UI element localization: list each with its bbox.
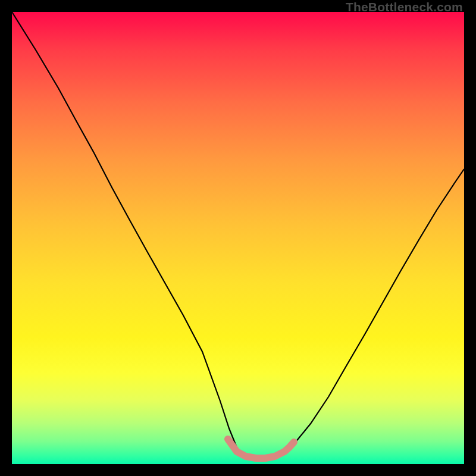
bottleneck-curve: [12, 12, 464, 459]
watermark-text: TheBottleneck.com: [346, 0, 463, 14]
optimal-band-marker: [228, 439, 294, 458]
chart-frame: TheBottleneck.com: [0, 0, 476, 476]
chart-plot-area: [12, 12, 464, 464]
chart-svg: [12, 12, 464, 464]
